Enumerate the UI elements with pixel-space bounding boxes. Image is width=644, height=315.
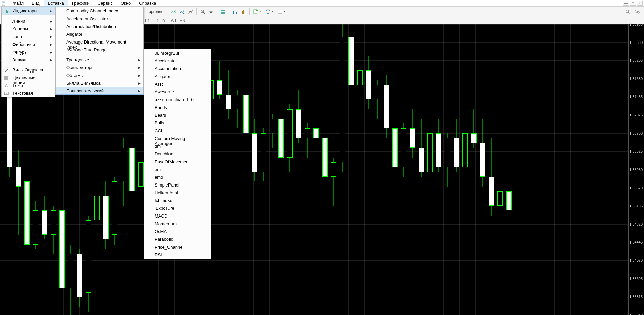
y-axis-label: 1.34820 bbox=[629, 222, 643, 226]
candlestick bbox=[340, 24, 345, 315]
candlestick bbox=[278, 24, 284, 315]
candlestick bbox=[462, 24, 468, 315]
timeframe-h1[interactable]: H1 bbox=[143, 18, 152, 24]
menu-item[interactable]: Текстовая меткаT bbox=[2, 89, 55, 97]
menu-item[interactable]: Билла Вильямса▶ bbox=[56, 79, 143, 87]
menu-item[interactable]: Осцилляторы▶ bbox=[56, 64, 143, 71]
menu-item[interactable]: Индикаторы▶ bbox=[2, 7, 55, 15]
y-axis-label: 1.37455 bbox=[629, 95, 643, 99]
toolbar-btn-new-order[interactable]: ▼ bbox=[251, 8, 263, 16]
menu-item[interactable]: Ichimoku bbox=[144, 197, 211, 204]
menu-item-label: dmi bbox=[155, 144, 162, 149]
timeframe-d1[interactable]: D1 bbox=[160, 18, 169, 24]
candlestick bbox=[401, 24, 406, 315]
svg-point-19 bbox=[626, 10, 629, 13]
minimize-button[interactable]: — bbox=[623, 1, 629, 6]
candlestick bbox=[445, 24, 450, 315]
menu-item[interactable]: ATR bbox=[144, 80, 211, 88]
svg-rect-12 bbox=[236, 12, 237, 14]
toolbar-btn-autoscroll[interactable] bbox=[169, 8, 177, 16]
menu-item[interactable]: Custom Moving Averages bbox=[144, 135, 211, 142]
menu-item[interactable]: Alligator bbox=[56, 30, 143, 38]
menubar-item-справка[interactable]: Справка bbox=[135, 0, 160, 7]
menu-item[interactable]: Accelerator Oscillator bbox=[56, 15, 143, 23]
y-axis-label: 1.33315 bbox=[629, 295, 643, 299]
menu-item[interactable]: Donchian bbox=[144, 150, 211, 158]
menu-item[interactable]: emo bbox=[144, 173, 211, 181]
menu-item[interactable]: Цикличные линии bbox=[2, 74, 55, 82]
toolbar-btn-zoom-in[interactable] bbox=[207, 8, 215, 16]
menu-item[interactable]: Awesome bbox=[144, 88, 211, 96]
timeframe-w1[interactable]: W1 bbox=[169, 18, 178, 24]
menu-item[interactable]: OsMA bbox=[144, 228, 211, 235]
menu-item[interactable]: Momentum bbox=[144, 220, 211, 228]
menu-item[interactable]: Каналы▶ bbox=[2, 25, 55, 33]
toolbar-btn-indicator2[interactable] bbox=[240, 8, 248, 16]
menu-item[interactable]: Bands bbox=[144, 104, 211, 111]
submenu-arrow-icon: ▶ bbox=[138, 81, 141, 86]
menu-item-label: Parabolic bbox=[155, 237, 173, 242]
menu-item[interactable]: emi bbox=[144, 166, 211, 173]
menu-item[interactable]: MACD bbox=[144, 212, 211, 220]
toolbar-btn-template[interactable]: ▼ bbox=[276, 8, 287, 16]
menu-item[interactable]: Bulls bbox=[144, 119, 211, 127]
menubar-item-вид[interactable]: Вид bbox=[28, 0, 44, 7]
menu-item[interactable]: iExposure bbox=[144, 204, 211, 212]
toolbar-btn-grid[interactable] bbox=[219, 8, 227, 16]
close-button[interactable]: × bbox=[637, 1, 643, 6]
menu-item[interactable]: Пользовательский▶ bbox=[56, 87, 143, 95]
candlestick bbox=[287, 24, 293, 315]
menu-item[interactable]: Accumulation/Distribution bbox=[56, 23, 143, 30]
toolbar-btn-period[interactable]: ▼ bbox=[264, 8, 275, 16]
menu-item-label: Bears bbox=[155, 113, 166, 118]
menu-item[interactable]: Accelerator bbox=[144, 57, 211, 65]
menu-item[interactable]: azzx_donchian_1_0 bbox=[144, 96, 211, 104]
menu-item[interactable]: Фигуры▶ bbox=[2, 48, 55, 56]
menu-item[interactable]: Accumulation bbox=[144, 65, 211, 73]
text-label-icon: T bbox=[4, 91, 9, 96]
menubar-item-файл[interactable]: Файл bbox=[9, 0, 28, 7]
menubar-item-сервис[interactable]: Сервис bbox=[94, 0, 117, 7]
menu-item[interactable]: Price_Channel bbox=[144, 243, 211, 251]
toolbar-btn-chart-type[interactable] bbox=[187, 8, 195, 16]
menu-item-label: Price_Channel bbox=[155, 245, 183, 250]
menubar-item-окно[interactable]: Окно bbox=[117, 0, 135, 7]
menu-item[interactable]: dmi bbox=[144, 142, 211, 150]
candlestick bbox=[322, 24, 328, 315]
menu-item[interactable]: SimplePanel bbox=[144, 181, 211, 189]
timeframe-h4[interactable]: H4 bbox=[152, 18, 160, 24]
menu-item[interactable]: Трендовые▶ bbox=[56, 56, 143, 64]
menu-item[interactable]: ТекстA bbox=[2, 82, 55, 89]
toolbar-btn-chat[interactable] bbox=[633, 8, 641, 16]
menu-item[interactable]: 0LinRegrBuf bbox=[144, 49, 211, 57]
menu-item[interactable]: Значки▶ bbox=[2, 56, 55, 64]
menu-item[interactable]: Commodity Channel Index bbox=[56, 7, 143, 15]
menubar-item-графики[interactable]: Графики bbox=[68, 0, 94, 7]
menu-item[interactable]: Bears bbox=[144, 111, 211, 119]
toolbar-btn-indicator1[interactable] bbox=[231, 8, 239, 16]
menu-item[interactable]: Average Directional Movement Index bbox=[56, 38, 143, 46]
menu-item[interactable]: EaseOfMovement_ bbox=[144, 158, 211, 166]
menubar-item-вставка[interactable]: Вставка bbox=[44, 0, 68, 7]
menu-item[interactable]: Average True Range bbox=[56, 46, 143, 54]
menu-item[interactable]: Alligator bbox=[144, 73, 211, 80]
menu-item[interactable]: Вилы Эндрюса bbox=[2, 66, 55, 74]
toolbar-btn-zoom-out[interactable] bbox=[198, 8, 207, 16]
svg-rect-10 bbox=[233, 11, 234, 14]
menu-item[interactable]: RSI bbox=[144, 251, 211, 259]
submenu-arrow-icon: ▶ bbox=[50, 26, 52, 31]
toolbar-btn-shift[interactable] bbox=[178, 8, 186, 16]
menu-item-label: Average True Range bbox=[66, 47, 107, 52]
menu-item[interactable]: Parabolic bbox=[144, 235, 211, 243]
svg-rect-22 bbox=[5, 11, 5, 13]
menu-item[interactable]: Heiken Ashi bbox=[144, 189, 211, 197]
toolbar-btn-search[interactable] bbox=[624, 8, 632, 16]
maximize-button[interactable]: □ bbox=[630, 1, 636, 6]
menu-item[interactable]: Фибоначчи▶ bbox=[2, 40, 55, 48]
candlestick bbox=[331, 24, 336, 315]
menu-item[interactable]: Линии▶ bbox=[2, 17, 55, 25]
menu-item[interactable]: Ганн▶ bbox=[2, 33, 55, 40]
menu-item[interactable]: Объемы▶ bbox=[56, 71, 143, 79]
menu-item[interactable]: CCI bbox=[144, 127, 211, 135]
timeframe-mn[interactable]: MN bbox=[178, 18, 187, 24]
